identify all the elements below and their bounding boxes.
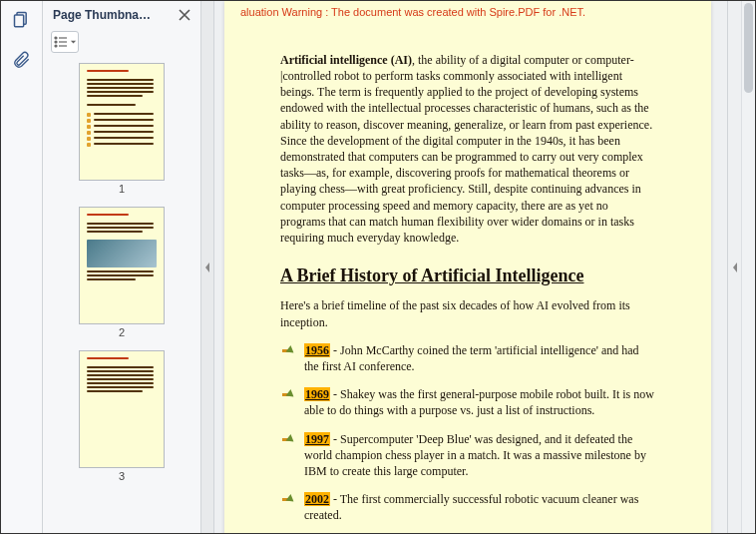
evaluation-warning: aluation Warning : The document was crea… bbox=[240, 5, 655, 20]
bullet-icon bbox=[280, 343, 294, 357]
collapse-right-handle[interactable] bbox=[727, 1, 741, 533]
timeline-item: 1969 - Shakey was the first general-purp… bbox=[280, 386, 655, 418]
thumb-label: 2 bbox=[79, 326, 165, 338]
collapse-left-handle[interactable] bbox=[200, 1, 214, 533]
attachments-icon[interactable] bbox=[11, 49, 33, 71]
left-icon-bar bbox=[1, 1, 43, 533]
timeline-item: 1997 - Supercomputer 'Deep Blue' was des… bbox=[280, 431, 655, 480]
page-thumbnail-3[interactable] bbox=[79, 350, 165, 468]
svg-point-4 bbox=[55, 45, 57, 47]
close-icon[interactable] bbox=[177, 7, 192, 23]
thumbnail-list[interactable]: 1 2 bbox=[43, 59, 200, 533]
bullet-icon bbox=[280, 432, 294, 446]
timeline-item: 2002 - The first commercially successful… bbox=[280, 491, 655, 523]
intro-paragraph: Artificial intelligence (AI), the abilit… bbox=[280, 52, 655, 246]
svg-rect-1 bbox=[14, 15, 23, 27]
panel-title: Page Thumbna… bbox=[53, 8, 151, 22]
intro-rest: , the ability of a digital computer or c… bbox=[280, 53, 652, 245]
page-thumbnail-1[interactable] bbox=[79, 63, 165, 181]
svg-point-2 bbox=[55, 37, 57, 39]
thumbnails-icon[interactable] bbox=[11, 9, 33, 31]
bullet-icon bbox=[280, 492, 294, 506]
bullet-icon bbox=[280, 387, 294, 401]
vertical-scrollbar[interactable] bbox=[741, 1, 755, 533]
svg-point-3 bbox=[55, 41, 57, 43]
timeline-list: 1956 - John McCarthy coined the term 'ar… bbox=[280, 342, 655, 533]
timeline-item: 1956 - John McCarthy coined the term 'ar… bbox=[280, 342, 655, 374]
section-subtext: Here's a brief timeline of the past six … bbox=[280, 297, 655, 329]
thumb-label: 3 bbox=[79, 470, 165, 482]
thumbnail-toolbar bbox=[43, 27, 200, 59]
document-page: aluation Warning : The document was crea… bbox=[224, 1, 711, 533]
scrollbar-thumb[interactable] bbox=[744, 3, 753, 93]
section-heading: A Brief History of Artificial Intelligen… bbox=[280, 264, 655, 287]
thumb-options-button[interactable] bbox=[51, 31, 79, 53]
thumb-label: 1 bbox=[79, 183, 165, 195]
viewer-scroll[interactable]: aluation Warning : The document was crea… bbox=[214, 1, 727, 533]
document-viewer: aluation Warning : The document was crea… bbox=[214, 1, 727, 533]
thumbnails-panel: Page Thumbna… bbox=[43, 1, 200, 533]
page-thumbnail-2[interactable] bbox=[79, 207, 165, 324]
